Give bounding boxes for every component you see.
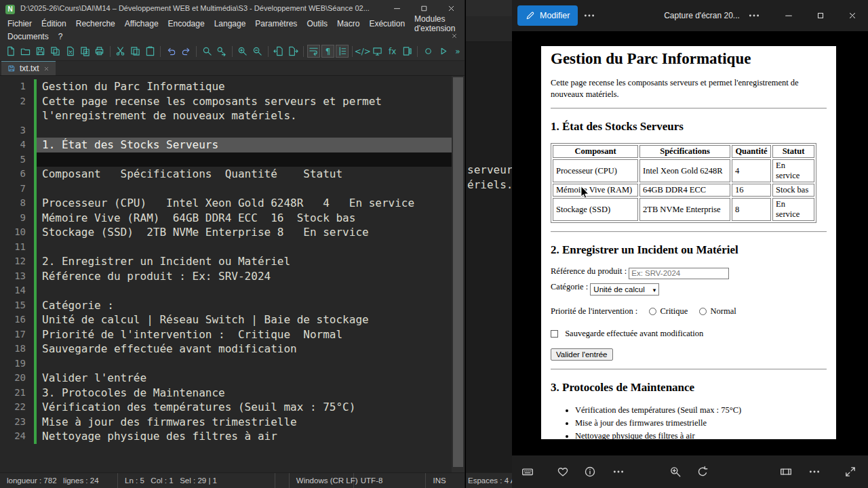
tab-txt[interactable]: txt.txt	[1, 61, 56, 75]
backup-checkbox[interactable]	[551, 330, 558, 338]
more-icon[interactable]: »	[451, 45, 465, 58]
prev-doc-icon[interactable]	[272, 45, 285, 58]
open-icon[interactable]	[19, 45, 33, 58]
line-number: 7	[0, 182, 26, 197]
table-cell: Stockage (SSD)	[553, 198, 638, 221]
radio-normal[interactable]	[699, 308, 707, 315]
reference-row: Référence du produit :	[551, 266, 827, 279]
line-number: 5	[0, 152, 26, 167]
fx-icon[interactable]: fx	[386, 45, 399, 58]
save-all-icon[interactable]	[49, 45, 62, 58]
editor-row: 11	[0, 240, 452, 255]
line-text: 2. Enregistrer un Incident ou Matériel	[37, 254, 452, 269]
undo-icon[interactable]	[164, 45, 178, 58]
menu-item[interactable]: Outils	[302, 19, 332, 28]
editor[interactable]: 1Gestion du Parc Informatique2Cette page…	[0, 76, 452, 472]
line-text	[37, 182, 452, 197]
favorite-icon[interactable]	[557, 466, 569, 478]
rotate-icon[interactable]	[696, 466, 709, 478]
fullscreen-icon[interactable]	[844, 466, 856, 478]
menu-item[interactable]: Fichier	[3, 19, 37, 28]
close-button[interactable]	[836, 0, 868, 31]
editor-row: 2Cette page recense les composants serve…	[0, 94, 452, 109]
keyboard-icon[interactable]	[521, 466, 534, 478]
menu-item[interactable]: Encodage	[163, 19, 210, 28]
line-number: 19	[0, 357, 26, 371]
new-file-icon[interactable]	[4, 45, 18, 58]
print-icon[interactable]	[93, 45, 106, 58]
radio-normal-label: Normal	[710, 306, 736, 316]
photos-title: Capture d'écran 20...	[651, 0, 753, 31]
zoom-out-icon[interactable]	[251, 45, 264, 58]
minimize-button[interactable]	[383, 0, 410, 16]
line-text: Mémoire Vive (RAM) 64GB DDR4 ECC 16 Stoc…	[37, 211, 452, 226]
show-symbols-icon[interactable]: ¶	[321, 45, 334, 58]
zoom-icon[interactable]	[669, 466, 682, 478]
tab-close-icon[interactable]	[43, 66, 50, 72]
menu-item[interactable]: Macro	[332, 19, 364, 28]
minimize-button[interactable]	[772, 0, 804, 31]
menu-item[interactable]: Affichage	[120, 19, 163, 28]
filmstrip-icon[interactable]	[780, 466, 792, 478]
line-text: 1. État des Stocks Serveurs	[37, 138, 452, 152]
table-cell: Stock bas	[772, 184, 814, 197]
table-cell: En service	[772, 159, 814, 182]
line-number: 9	[0, 211, 26, 226]
cut-icon[interactable]	[114, 45, 127, 58]
more-options-icon[interactable]	[612, 466, 625, 478]
more-options-icon[interactable]	[748, 9, 760, 22]
notepadpp-logo-icon: N	[5, 2, 15, 14]
line-number: 1	[0, 79, 26, 94]
radio-critique[interactable]	[649, 308, 656, 315]
scrollbar[interactable]	[452, 76, 465, 472]
panel-close-icon[interactable]	[451, 32, 460, 41]
indent-guide-icon[interactable]	[336, 45, 349, 58]
menu-item[interactable]: Paramètres	[250, 19, 302, 28]
category-select[interactable]: Unité de calcul ▾	[590, 283, 659, 296]
more-options-icon[interactable]	[808, 466, 821, 478]
editor-row: 19	[0, 357, 452, 371]
scrollbar-thumb[interactable]	[453, 77, 463, 467]
line-text	[37, 123, 452, 138]
menu-item[interactable]: Documents	[3, 32, 54, 41]
paste-icon[interactable]	[144, 45, 157, 58]
edit-button[interactable]: Modifier	[517, 5, 578, 26]
table-cell: Processeur (CPU)	[553, 159, 638, 182]
find-icon[interactable]	[200, 45, 214, 58]
code-view-icon[interactable]: </>	[356, 45, 370, 58]
page-title: Gestion du Parc Informatique	[551, 50, 827, 68]
edit-button-label: Modifier	[540, 11, 570, 20]
menu-item[interactable]: Langage	[210, 19, 251, 28]
reference-input[interactable]	[629, 268, 729, 279]
play-macro-icon[interactable]	[436, 45, 450, 58]
info-icon[interactable]	[584, 466, 596, 478]
menu-item[interactable]: Exécution	[364, 19, 410, 28]
more-options-icon[interactable]	[583, 9, 595, 22]
background-window-toolbar	[466, 16, 512, 42]
menu-item[interactable]: Recherche	[71, 19, 120, 28]
record-macro-icon[interactable]	[421, 45, 435, 58]
line-number: 12	[0, 254, 26, 269]
background-status-fragment: Espaces : 4 Au	[466, 472, 512, 488]
doc-map-icon[interactable]	[401, 45, 414, 58]
close-doc-icon[interactable]	[63, 45, 77, 58]
table-cell: Mémoire Vive (RAM)	[553, 184, 638, 197]
redo-icon[interactable]	[179, 45, 193, 58]
menu-item[interactable]: Modules d'extension	[410, 14, 465, 33]
word-wrap-icon[interactable]	[307, 45, 320, 58]
monitor-icon[interactable]	[371, 45, 384, 58]
table-cell: 64GB DDR4 ECC	[639, 184, 730, 197]
titlebar[interactable]: N D:\2025-26\Cours\DAI\M14 – Développeme…	[0, 0, 465, 16]
replace-icon[interactable]	[215, 45, 229, 58]
menu-item[interactable]: Édition	[37, 19, 71, 28]
photos-toolbar: Modifier Capture d'écran 20...	[512, 0, 868, 31]
menu-item[interactable]: ?	[54, 32, 68, 41]
save-icon[interactable]	[34, 45, 47, 58]
close-all-icon[interactable]	[78, 45, 92, 58]
submit-button[interactable]: Valider l'entrée	[551, 348, 613, 361]
editor-row: 20Valider l'entrée	[0, 371, 452, 386]
zoom-in-icon[interactable]	[236, 45, 250, 58]
copy-icon[interactable]	[129, 45, 142, 58]
next-doc-icon[interactable]	[286, 45, 300, 58]
maximize-button[interactable]	[804, 0, 836, 31]
